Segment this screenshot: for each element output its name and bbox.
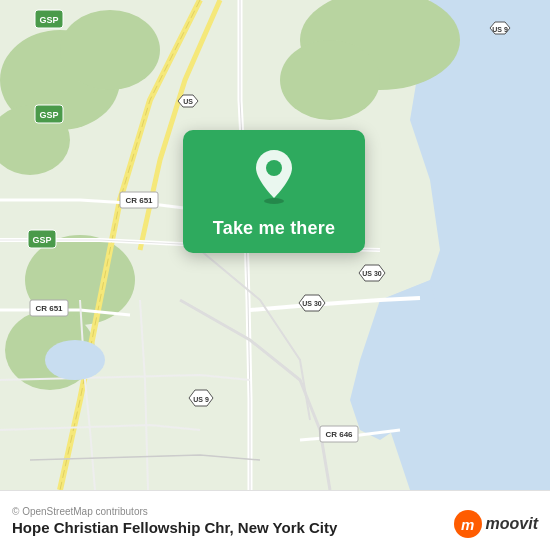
svg-text:GSP: GSP	[39, 15, 58, 25]
location-pin-icon	[250, 148, 298, 208]
svg-text:GSP: GSP	[39, 110, 58, 120]
map-container: GSP GSP GSP US 9 US US 9 US 30 US 30 CR …	[0, 0, 550, 490]
svg-text:CR 646: CR 646	[325, 430, 353, 439]
bottom-bar: © OpenStreetMap contributors Hope Christ…	[0, 490, 550, 550]
svg-text:CR 651: CR 651	[35, 304, 63, 313]
take-me-there-button-label: Take me there	[213, 218, 335, 239]
moovit-wordmark: moovit	[486, 515, 538, 533]
svg-text:US 9: US 9	[492, 26, 508, 33]
moovit-logo: m moovit	[454, 510, 538, 538]
svg-point-33	[264, 198, 284, 204]
svg-text:US 9: US 9	[193, 396, 209, 403]
moovit-icon: m	[454, 510, 482, 538]
svg-point-32	[45, 340, 105, 380]
svg-text:CR 651: CR 651	[125, 196, 153, 205]
svg-point-5	[60, 10, 160, 90]
svg-text:GSP: GSP	[32, 235, 51, 245]
svg-point-7	[280, 40, 380, 120]
take-me-there-card[interactable]: Take me there	[183, 130, 365, 253]
svg-point-34	[266, 160, 282, 176]
svg-text:US: US	[183, 98, 193, 105]
svg-text:US 30: US 30	[302, 300, 322, 307]
svg-text:US 30: US 30	[362, 270, 382, 277]
